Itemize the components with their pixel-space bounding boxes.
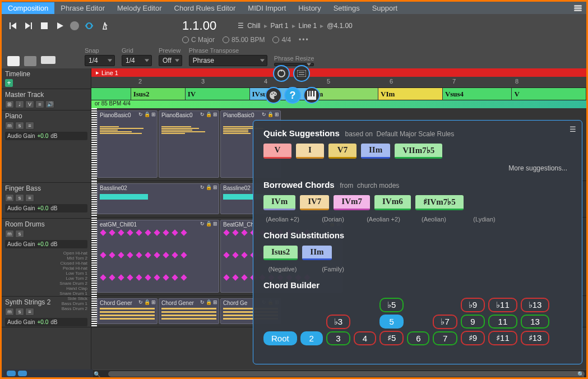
audio-gain[interactable]: Audio Gain+0.0dB: [5, 132, 87, 140]
loop-icon[interactable]: ↻: [138, 299, 143, 305]
loop-icon[interactable]: ↻: [200, 221, 205, 227]
builder-chip[interactable]: ♭3: [326, 315, 350, 329]
menu-chord-rules-editor[interactable]: Chord Rules Editor: [168, 2, 242, 14]
zoom-icon[interactable]: 🔍: [94, 371, 100, 377]
transpose-select[interactable]: Phrase: [189, 55, 267, 66]
h-scrollbar[interactable]: 🔍 🔍: [91, 369, 586, 377]
loop-icon[interactable]: ↻: [200, 299, 205, 305]
chord-chip[interactable]: VIIm7♭5: [395, 144, 442, 159]
menu-settings[interactable]: Settings: [327, 2, 366, 14]
loop-icon[interactable]: ↻: [200, 112, 205, 117]
chord-chip[interactable]: I: [296, 144, 324, 159]
expand-icon[interactable]: ⊞: [151, 299, 156, 305]
builder-chip[interactable]: 13: [521, 315, 550, 329]
track-btn[interactable]: ≡: [25, 122, 34, 130]
builder-chip[interactable]: 4: [354, 331, 376, 345]
chord-chip[interactable]: IVm7: [334, 195, 370, 210]
builder-chip[interactable]: ♯11: [488, 331, 517, 345]
loop-icon[interactable]: ↻: [262, 112, 266, 117]
chord-cell[interactable]: VIm: [378, 88, 443, 100]
lock-icon[interactable]: 🔒: [206, 221, 212, 227]
tag-1[interactable]: [7, 371, 16, 376]
palette-icon[interactable]: [265, 87, 282, 104]
add-button[interactable]: +: [5, 79, 13, 87]
chord-chip[interactable]: IIm: [361, 144, 390, 159]
track-btn[interactable]: m: [5, 230, 14, 238]
lock-icon[interactable]: 🔒: [267, 112, 274, 117]
keyboard-icon[interactable]: [41, 56, 55, 64]
track-btn[interactable]: m: [5, 308, 14, 316]
loop-icon[interactable]: [84, 20, 95, 31]
builder-chip[interactable]: 5: [379, 315, 404, 329]
track-btn[interactable]: ≡: [25, 308, 34, 316]
chord-chip[interactable]: IIm: [302, 246, 331, 260]
expand-icon[interactable]: ⊞: [275, 112, 279, 117]
builder-chip[interactable]: ♯5: [379, 331, 404, 345]
chord-chip[interactable]: ♯IVm7♭5: [415, 195, 464, 210]
zoom-icon-right[interactable]: 🔍: [577, 371, 584, 377]
tag-2[interactable]: [18, 371, 27, 376]
chord-cell[interactable]: [91, 88, 131, 100]
builder-chip[interactable]: 7: [433, 331, 457, 345]
audio-gain[interactable]: Audio Gain+0.0dB: [5, 318, 87, 326]
more-icon[interactable]: •••: [299, 36, 309, 44]
chord-cell[interactable]: V: [512, 88, 586, 100]
master-btn-4[interactable]: ≡: [35, 100, 44, 108]
menu-support[interactable]: Support: [366, 2, 404, 14]
scrollbar-thumb[interactable]: [108, 371, 585, 377]
chord-chip[interactable]: Isus2: [263, 246, 298, 260]
master-btn-1[interactable]: ⊞: [5, 100, 14, 108]
metronome-icon[interactable]: [99, 20, 110, 31]
cards-icon[interactable]: [24, 56, 36, 66]
grid-select[interactable]: 1/4: [122, 55, 152, 66]
piano-icon[interactable]: [303, 87, 320, 104]
key-info[interactable]: C Major: [182, 36, 215, 44]
menu-melody-editor[interactable]: Melody Editor: [111, 2, 168, 14]
expand-icon[interactable]: ⊞: [213, 184, 217, 190]
builder-chip[interactable]: 3: [326, 331, 350, 345]
track-btn[interactable]: ≡: [25, 194, 34, 202]
loop-icon[interactable]: ↻: [138, 112, 143, 117]
builder-chip[interactable]: 11: [488, 315, 517, 329]
track-btn[interactable]: s: [15, 194, 24, 202]
master-btn-5[interactable]: 🔊: [45, 100, 54, 108]
more-suggestions-link[interactable]: More suggestions...: [263, 164, 567, 172]
chord-cell[interactable]: Vsus4: [443, 88, 512, 100]
clip[interactable]: PianoBasic0↻🔒⊞: [159, 110, 219, 178]
chord-chip[interactable]: V7: [328, 144, 356, 159]
line-marker[interactable]: ▸Line 1: [91, 68, 586, 77]
clip[interactable]: PianoBasic0↻🔒⊞: [97, 110, 158, 178]
expand-icon[interactable]: ⊞: [213, 112, 217, 117]
track-btn[interactable]: s: [15, 230, 24, 238]
menu-midi-import[interactable]: MIDI Import: [242, 2, 292, 14]
clip[interactable]: Chord Gener↻🔒⊞: [159, 298, 219, 324]
builder-chip[interactable]: 6: [407, 331, 429, 345]
help-icon[interactable]: ?: [284, 87, 301, 104]
master-btn-2[interactable]: ♩: [15, 100, 24, 108]
play-icon[interactable]: [54, 20, 66, 31]
snap-select[interactable]: 1/4: [85, 55, 115, 66]
chord-cell[interactable]: IV: [186, 88, 250, 100]
builder-chip[interactable]: ♭7: [433, 315, 457, 329]
builder-chip[interactable]: ♭11: [488, 298, 517, 312]
chord-chip[interactable]: IVm: [263, 195, 295, 210]
clip[interactable]: eatGM_Chill01↻🔒⊞: [97, 220, 219, 293]
ruler[interactable]: 2345678: [91, 77, 586, 88]
expand-icon[interactable]: ⊞: [213, 299, 217, 305]
knob-icon[interactable]: [273, 65, 290, 82]
stop-icon[interactable]: [39, 20, 50, 31]
builder-chip[interactable]: ♭9: [461, 298, 485, 312]
menu-phrase-editor[interactable]: Phrase Editor: [54, 2, 111, 14]
template-icons[interactable]: [7, 56, 55, 66]
clip[interactable]: Chord Gener↻🔒⊞: [97, 298, 158, 324]
lock-icon[interactable]: 🔒: [144, 112, 150, 117]
expand-icon[interactable]: ⊞: [213, 221, 217, 227]
chord-chip[interactable]: IVm6: [374, 195, 411, 210]
chord-chip[interactable]: V: [263, 144, 291, 159]
expand-icon[interactable]: ⊞: [151, 112, 156, 117]
preview-select[interactable]: Off: [159, 55, 182, 66]
builder-chip[interactable]: Root: [263, 331, 297, 345]
track-btn[interactable]: s: [15, 122, 24, 130]
skip-end-icon[interactable]: [23, 20, 34, 31]
lock-icon[interactable]: 🔒: [144, 299, 150, 305]
